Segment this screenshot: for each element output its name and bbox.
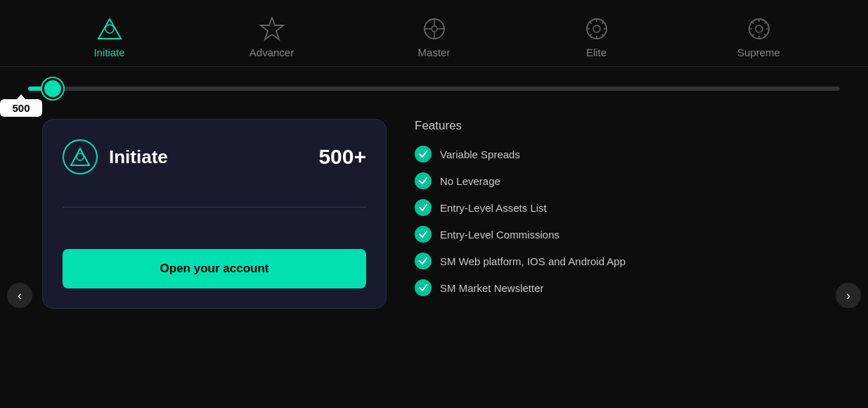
slider-thumb[interactable] bbox=[42, 78, 63, 99]
features-section: Features Variable Spreads No Leverage En… bbox=[415, 119, 826, 306]
feature-text-3: Entry-Level Assets List bbox=[440, 202, 547, 214]
advancer-icon bbox=[259, 15, 285, 42]
feature-text-1: Variable Spreads bbox=[440, 148, 520, 160]
supreme-icon bbox=[746, 15, 772, 42]
open-account-button[interactable]: Open your account bbox=[63, 249, 366, 288]
svg-point-10 bbox=[593, 25, 600, 32]
main-content: Initiate 500+ Open your account Features… bbox=[0, 98, 868, 323]
next-arrow-button[interactable]: › bbox=[836, 283, 861, 308]
svg-marker-13 bbox=[71, 148, 89, 165]
svg-point-1 bbox=[105, 25, 114, 33]
feature-text-5: SM Web platform, IOS and Android App bbox=[440, 255, 626, 267]
svg-marker-2 bbox=[261, 18, 283, 39]
account-card: Initiate 500+ Open your account bbox=[42, 119, 387, 309]
tab-elite-label: Elite bbox=[586, 46, 607, 58]
card-triangle-icon bbox=[70, 147, 90, 167]
feature-item-6: SM Market Newsletter bbox=[415, 279, 826, 296]
feature-check-icon-6 bbox=[415, 279, 432, 296]
tab-advancer[interactable]: Advancer bbox=[190, 15, 353, 58]
feature-item-3: Entry-Level Assets List bbox=[415, 199, 826, 216]
features-title: Features bbox=[415, 119, 826, 133]
master-icon bbox=[421, 15, 448, 42]
feature-check-icon-1 bbox=[415, 146, 432, 162]
feature-check-icon-5 bbox=[415, 253, 432, 269]
svg-point-12 bbox=[756, 25, 763, 32]
elite-icon bbox=[583, 15, 610, 42]
tabs-bar: Initiate Advancer Master bbox=[0, 0, 868, 67]
svg-point-14 bbox=[77, 153, 84, 160]
slider-section: 500 bbox=[0, 67, 868, 98]
feature-text-2: No Leverage bbox=[440, 175, 500, 187]
tab-initiate[interactable]: Initiate bbox=[28, 15, 190, 58]
feature-item-5: SM Web platform, IOS and Android App bbox=[415, 253, 826, 269]
tab-master[interactable]: Master bbox=[353, 15, 515, 58]
tab-supreme-label: Supreme bbox=[737, 46, 780, 58]
slider-track[interactable] bbox=[28, 87, 840, 91]
feature-item-1: Variable Spreads bbox=[415, 146, 826, 162]
card-divider bbox=[63, 207, 366, 208]
feature-item-2: No Leverage bbox=[415, 172, 826, 189]
card-icon-circle bbox=[63, 139, 98, 174]
card-header: Initiate 500+ bbox=[63, 139, 366, 174]
card-amount: 500+ bbox=[318, 145, 366, 169]
tab-master-label: Master bbox=[418, 46, 451, 58]
tab-initiate-label: Initiate bbox=[93, 46, 124, 58]
card-title-group: Initiate bbox=[63, 139, 168, 174]
feature-check-icon-3 bbox=[415, 199, 432, 216]
feature-check-icon-4 bbox=[415, 226, 432, 243]
initiate-icon bbox=[96, 15, 123, 42]
feature-item-4: Entry-Level Commissions bbox=[415, 226, 826, 243]
feature-text-4: Entry-Level Commissions bbox=[440, 229, 559, 241]
tab-elite[interactable]: Elite bbox=[515, 15, 678, 58]
slider-value-bubble: 500 bbox=[0, 99, 42, 117]
tab-advancer-label: Advancer bbox=[250, 46, 294, 58]
tab-supreme[interactable]: Supreme bbox=[678, 15, 840, 58]
svg-marker-0 bbox=[98, 19, 121, 39]
card-title: Initiate bbox=[109, 146, 168, 168]
prev-arrow-button[interactable]: ‹ bbox=[7, 283, 32, 308]
feature-text-6: SM Market Newsletter bbox=[440, 282, 544, 294]
svg-point-4 bbox=[432, 26, 437, 32]
feature-check-icon-2 bbox=[415, 172, 432, 189]
